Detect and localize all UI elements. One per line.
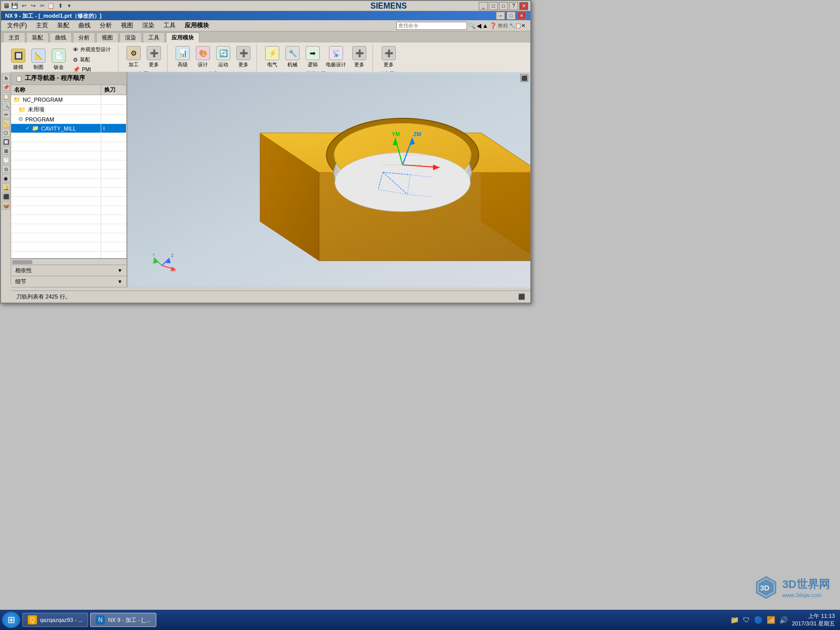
left-btn-12[interactable]: ◉	[2, 174, 10, 182]
viewport-expand-btn[interactable]: ⬛	[520, 74, 528, 82]
maximize-btn[interactable]: □	[499, 2, 508, 10]
assembly-ribbon-btn[interactable]: ⚙ 装配	[70, 55, 114, 64]
help-icon[interactable]: ❓	[489, 22, 497, 29]
nav-empty-11	[11, 224, 127, 233]
tab-analysis[interactable]: 分析	[73, 32, 95, 43]
menu-file[interactable]: 文件(F)	[3, 20, 31, 31]
nav-section-deps[interactable]: 相依性 ▼	[11, 265, 127, 276]
electrode-btn[interactable]: 📡 电极设计	[324, 45, 348, 69]
exterior-btn[interactable]: 👁 外观造型设计	[70, 45, 114, 54]
time-display: 上午 11:13 2017/3/31 星期五	[792, 612, 835, 628]
menu-assembly[interactable]: 装配	[53, 20, 73, 31]
start-button[interactable]: ⊞	[2, 612, 20, 628]
restore-btn[interactable]: □	[489, 2, 498, 10]
specific-more-btn[interactable]: ➕ 更多	[380, 45, 398, 69]
sim-more-btn[interactable]: ➕ 更多	[234, 45, 253, 69]
left-toolbar: 🖱 📌 📋 🔍 ✂ 📐 ⬡ 🔲 ⊞ 🕐 ⊙ ◉ 🔔 ⬛ 📦	[1, 72, 11, 284]
nav-empty-2	[11, 142, 127, 151]
redo-quick-btn[interactable]: ↪	[29, 2, 37, 10]
title-close-btn[interactable]: ✕	[517, 12, 526, 20]
signal-sys-icon[interactable]: 📶	[767, 616, 775, 624]
gear-icon-program: ⚙	[18, 116, 23, 122]
left-btn-13[interactable]: 🔔	[2, 183, 10, 191]
left-btn-1[interactable]: 🖱	[2, 74, 10, 82]
menu-appmodule[interactable]: 应用模块	[181, 20, 213, 31]
nav-row-program[interactable]: ⚙ PROGRAM	[11, 115, 127, 124]
tab-home[interactable]: 主页	[3, 32, 25, 43]
logic-btn[interactable]: ➡ 逻辑	[304, 45, 322, 69]
menu-home[interactable]: 主页	[32, 20, 52, 31]
left-btn-11[interactable]: ⊙	[2, 165, 10, 173]
mech-btn[interactable]: 🔧 机械	[283, 45, 302, 69]
nav-empty-13	[11, 242, 127, 251]
search-back-btn[interactable]: ◀	[477, 22, 481, 29]
tab-tools[interactable]: 工具	[143, 32, 165, 43]
tab-view[interactable]: 视图	[96, 32, 118, 43]
tab-assembly[interactable]: 装配	[26, 32, 49, 43]
shield-sys-icon[interactable]: 🛡	[743, 616, 750, 624]
copy-quick-btn[interactable]: 📋	[47, 2, 55, 10]
nav-empty-4	[11, 160, 127, 170]
cut-quick-btn[interactable]: ✂	[38, 2, 46, 10]
viewport[interactable]: YM ZM	[128, 72, 530, 287]
taskbar-item-qaz[interactable]: Q qazqazqaz93 - ...	[22, 613, 88, 627]
nav-row-unused[interactable]: 📁 未用项	[11, 105, 127, 115]
design2-btn[interactable]: 🎨 设计	[194, 45, 212, 69]
left-btn-4[interactable]: 🔍	[2, 101, 10, 109]
nav-hscroll[interactable]	[11, 259, 127, 265]
left-btn-8[interactable]: 🔲	[2, 138, 10, 146]
elec-btn[interactable]: ⚡ 电气	[263, 45, 281, 69]
title-restore-btn[interactable]: □	[507, 12, 516, 20]
advanced-btn[interactable]: 📊 高级	[174, 45, 192, 69]
sheet-btn[interactable]: 📄 钣金	[50, 48, 68, 72]
search-icon[interactable]: 🔍	[468, 22, 476, 29]
left-btn-6[interactable]: 📐	[2, 119, 10, 128]
main-content: 📋 工序导航器 - 程序顺序 名称 换刀 📁 NC_PROGRAM	[11, 72, 530, 287]
machining-more-btn[interactable]: ➕ 更多	[145, 45, 163, 69]
bluetooth-sys-icon[interactable]: 🔵	[754, 616, 763, 624]
program-label: PROGRAM	[25, 116, 54, 122]
search-forward-btn[interactable]: ▲	[482, 22, 488, 29]
left-btn-10[interactable]: 🕐	[2, 156, 10, 164]
down-quick-btn[interactable]: ▾	[65, 2, 73, 10]
save-quick-btn[interactable]: 💾	[11, 2, 19, 10]
help-options-btn[interactable]: 🔧📋✕	[509, 23, 525, 28]
nav-tree[interactable]: 名称 换刀 📁 NC_PROGRAM 📁 未用项	[11, 85, 127, 259]
left-btn-15[interactable]: 📦	[2, 201, 10, 209]
title-min-btn[interactable]: ─	[496, 12, 505, 20]
menu-analysis[interactable]: 分析	[96, 20, 116, 31]
nav-row-cavity-mill[interactable]: ✓ 📁 CAVITY_MILL I	[11, 124, 127, 133]
tab-curve[interactable]: 曲线	[50, 32, 72, 43]
command-search-input[interactable]	[396, 22, 467, 30]
left-btn-5[interactable]: ✂	[2, 110, 10, 118]
left-btn-7[interactable]: ⬡	[2, 129, 10, 137]
folder-sys-icon[interactable]: 📁	[730, 616, 739, 624]
nav-section-detail[interactable]: 细节 ▼	[11, 276, 127, 287]
machining-btn[interactable]: ⚙ 加工	[124, 45, 143, 69]
tab-appmodule[interactable]: 应用模块	[166, 32, 199, 43]
draft-btn[interactable]: 📐 制图	[29, 48, 48, 72]
motion-btn[interactable]: 🔄 运动	[214, 45, 232, 69]
menu-tools[interactable]: 工具	[159, 20, 180, 31]
ribbon-tabs: 主页 装配 曲线 分析 视图 渲染 工具 应用模块	[1, 31, 530, 43]
nav-empty-1	[11, 133, 127, 142]
menu-render[interactable]: 渲染	[138, 20, 158, 31]
taskbar-item-nx[interactable]: N NX 9 - 加工 - [_...	[90, 613, 156, 627]
left-btn-9[interactable]: ⊞	[2, 147, 10, 155]
nav-row-nc-program[interactable]: 📁 NC_PROGRAM	[11, 95, 127, 105]
help-btn[interactable]: ?	[509, 2, 518, 10]
minimize-btn[interactable]: _	[479, 2, 488, 10]
left-btn-3[interactable]: 📋	[2, 92, 10, 100]
volume-sys-icon[interactable]: 🔊	[779, 616, 788, 624]
close-btn[interactable]: ✕	[519, 2, 528, 10]
left-btn-14[interactable]: ⬛	[2, 192, 10, 200]
up-quick-btn[interactable]: ⬆	[56, 2, 64, 10]
deps-label: 相依性	[15, 267, 32, 274]
pipe-more-btn[interactable]: ➕ 更多	[350, 45, 368, 69]
build-btn[interactable]: 🔲 建模	[9, 48, 27, 72]
left-btn-2[interactable]: 📌	[2, 83, 10, 91]
undo-quick-btn[interactable]: ↩	[20, 2, 28, 10]
menu-view[interactable]: 视图	[117, 20, 137, 31]
tab-render[interactable]: 渲染	[119, 32, 142, 43]
menu-curve[interactable]: 曲线	[74, 20, 95, 31]
